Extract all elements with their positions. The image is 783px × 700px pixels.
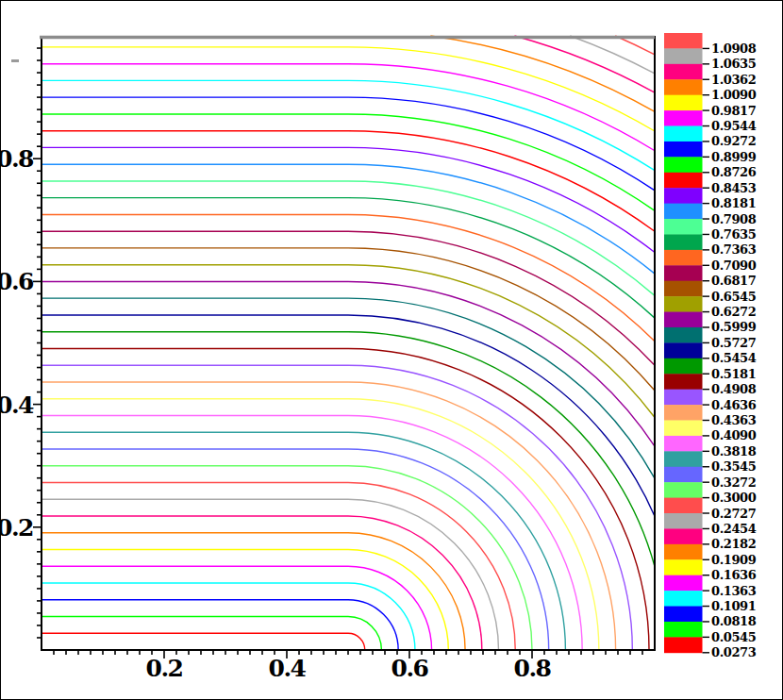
legend-value-label: 0.0818 bbox=[711, 614, 757, 628]
plot-frame bbox=[11, 36, 656, 651]
contour-line bbox=[41, 533, 465, 650]
legend-swatch bbox=[664, 110, 703, 126]
legend-swatch bbox=[664, 513, 703, 529]
legend-value-label: 0.3545 bbox=[711, 459, 757, 474]
legend-value-label: 0.9272 bbox=[711, 134, 756, 148]
legend-value-label: 0.9544 bbox=[711, 119, 757, 133]
legend-value-label: 0.3000 bbox=[711, 491, 757, 505]
contour-plot: 0.20.40.60.8 0.20.40.60.8 1.09081.06351.… bbox=[1, 1, 783, 700]
legend-value-label: 0.8999 bbox=[711, 150, 757, 164]
legend-value-label: 0.3818 bbox=[711, 444, 757, 458]
legend-swatch bbox=[664, 467, 703, 483]
legend-swatch bbox=[664, 498, 703, 514]
contour-line bbox=[41, 64, 655, 151]
legend-value-label: 0.3272 bbox=[711, 475, 756, 490]
contour-line bbox=[41, 432, 565, 650]
legend-value-label: 0.4636 bbox=[711, 398, 757, 412]
y-axis-ticks bbox=[33, 48, 42, 638]
legend-swatch bbox=[664, 405, 703, 421]
contour-line bbox=[41, 566, 432, 650]
legend-value-label: 0.7635 bbox=[711, 227, 757, 242]
legend-swatch bbox=[664, 204, 703, 220]
legend-value-label: 0.5727 bbox=[711, 336, 756, 350]
legend-swatch bbox=[664, 451, 703, 467]
legend-value-label: 1.0908 bbox=[711, 42, 757, 56]
legend-swatch bbox=[664, 234, 703, 250]
y-axis-label: 0.8 bbox=[1, 145, 34, 173]
legend-swatch bbox=[664, 188, 703, 204]
legend-swatch bbox=[664, 79, 703, 95]
contour-line bbox=[41, 248, 655, 391]
legend-swatch bbox=[664, 312, 703, 328]
y-axis-tick-labels: 0.20.40.60.8 bbox=[1, 145, 34, 542]
legend-swatch bbox=[664, 342, 703, 358]
legend-value-label: 0.1091 bbox=[711, 599, 756, 613]
contour-line bbox=[41, 198, 655, 318]
legend-value-label: 0.6545 bbox=[711, 290, 757, 304]
x-axis-ticks bbox=[54, 650, 642, 658]
x-axis-label: 0.4 bbox=[269, 655, 307, 682]
x-axis-label: 0.8 bbox=[514, 655, 552, 682]
legend-swatch bbox=[664, 358, 703, 375]
legend-value-label: 0.5181 bbox=[711, 367, 756, 381]
legend-value-label: 0.2727 bbox=[711, 507, 756, 521]
legend-swatch bbox=[664, 544, 703, 560]
legend-value-label: 0.2454 bbox=[711, 522, 757, 536]
legend-value-label: 0.8453 bbox=[711, 181, 757, 195]
legend-value-label: 0.7090 bbox=[711, 258, 757, 273]
contour-line bbox=[570, 36, 655, 74]
contour-line bbox=[41, 298, 655, 478]
legend-swatch bbox=[664, 265, 703, 281]
legend-swatch bbox=[664, 95, 703, 111]
stray-gray-mark bbox=[11, 59, 19, 62]
contour-legend: 1.09081.06351.03621.00900.98170.95440.92… bbox=[664, 33, 757, 659]
legend-value-label: 0.4363 bbox=[711, 413, 757, 427]
legend-swatch bbox=[664, 142, 703, 158]
legend-value-label: 0.5454 bbox=[711, 351, 757, 365]
legend-value-label: 0.6817 bbox=[711, 274, 756, 288]
legend-swatch bbox=[664, 607, 703, 623]
legend-swatch bbox=[664, 126, 703, 142]
legend-value-label: 0.9817 bbox=[711, 104, 756, 118]
legend-value-label: 0.7363 bbox=[711, 242, 757, 257]
legend-swatch bbox=[664, 250, 703, 266]
legend-value-label: 1.0362 bbox=[711, 73, 756, 87]
contour-line bbox=[41, 47, 655, 131]
figure-canvas: 0.20.40.60.8 0.20.40.60.8 1.09081.06351.… bbox=[0, 0, 783, 700]
legend-value-label: 0.5999 bbox=[711, 320, 757, 334]
contour-line bbox=[41, 281, 655, 446]
legend-swatch bbox=[664, 559, 703, 575]
legend-swatch bbox=[664, 157, 703, 173]
legend-value-label: 0.2182 bbox=[711, 537, 756, 551]
legend-value-label: 0.1909 bbox=[711, 553, 757, 567]
legend-value-label: 0.4908 bbox=[711, 382, 757, 396]
y-axis-label: 0.4 bbox=[1, 392, 34, 419]
legend-value-label: 0.6272 bbox=[711, 305, 756, 319]
contour-line bbox=[430, 36, 655, 111]
x-axis-label: 0.2 bbox=[146, 655, 183, 682]
contour-line bbox=[41, 499, 499, 650]
legend-swatch bbox=[664, 33, 703, 49]
contour-lines bbox=[41, 36, 655, 650]
legend-swatch bbox=[664, 436, 703, 452]
contour-line bbox=[41, 80, 655, 170]
x-axis-label: 0.6 bbox=[392, 655, 429, 682]
legend-swatch bbox=[664, 637, 703, 653]
legend-value-label: 0.1363 bbox=[711, 584, 757, 598]
legend-value-label: 1.0635 bbox=[711, 57, 757, 71]
legend-swatch bbox=[664, 48, 703, 64]
contour-line bbox=[41, 466, 532, 650]
legend-swatch bbox=[664, 575, 703, 592]
legend-swatch bbox=[664, 219, 703, 235]
legend-swatch bbox=[664, 296, 703, 312]
legend-swatch bbox=[664, 64, 703, 80]
legend-swatch bbox=[664, 482, 703, 498]
contour-line bbox=[41, 600, 398, 650]
legend-swatch bbox=[664, 591, 703, 607]
contour-line bbox=[41, 147, 655, 252]
legend-value-label: 0.4090 bbox=[711, 428, 757, 442]
contour-line bbox=[41, 265, 655, 418]
legend-swatch bbox=[664, 374, 703, 390]
legend-value-label: 1.0090 bbox=[711, 88, 757, 102]
y-axis-label: 0.6 bbox=[1, 268, 34, 295]
